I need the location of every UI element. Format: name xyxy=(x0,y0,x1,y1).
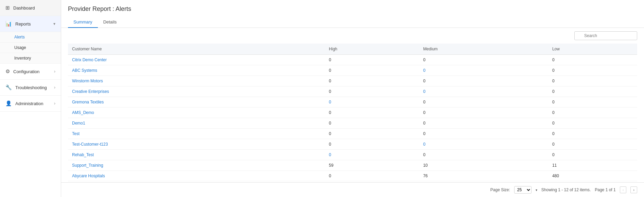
cell-customer-name[interactable]: Support_Training xyxy=(68,160,325,171)
page-title: Provider Report : Alerts xyxy=(68,5,637,13)
cell-high: 0 xyxy=(325,108,419,118)
cell-medium: 0 xyxy=(419,150,548,160)
cell-medium: 0 xyxy=(419,108,548,118)
chevron-right-icon-3: › xyxy=(54,101,55,106)
cell-low: 0 xyxy=(548,76,637,86)
pagination-info: Showing 1 - 12 of 12 items. xyxy=(541,187,591,192)
table-footer: Page Size: 25 50 100 ▾ Showing 1 - 12 of… xyxy=(61,182,644,197)
page-header: Provider Report : Alerts Summary Details xyxy=(61,0,644,28)
cell-customer-name[interactable]: Test xyxy=(68,129,325,139)
sidebar-item-troubleshooting-label: Troubleshooting xyxy=(15,85,47,90)
table-row: Test000 xyxy=(68,129,637,139)
cell-customer-name[interactable]: ABC Systems xyxy=(68,65,325,76)
cell-low: 11 xyxy=(548,160,637,171)
cell-medium: 0 xyxy=(419,76,548,86)
cell-customer-name[interactable]: Abycare Hospitals xyxy=(68,171,325,181)
sidebar-item-administration-label: Administration xyxy=(15,101,43,106)
cell-high: 0 xyxy=(325,129,419,139)
table-row: Demo1000 xyxy=(68,118,637,129)
cell-low: 0 xyxy=(548,118,637,129)
col-low: Low xyxy=(548,44,637,55)
toolbar: 🔍 xyxy=(61,28,644,44)
troubleshooting-icon: 🔧 xyxy=(5,84,12,91)
cell-customer-name[interactable]: Creative Enterprises xyxy=(68,86,325,97)
table-row: Winstorm Motors000 xyxy=(68,76,637,86)
prev-page-button[interactable]: ‹ xyxy=(620,186,627,193)
table-row: Citrix Demo Center000 xyxy=(68,55,637,65)
dashboard-icon: ⊞ xyxy=(5,5,10,11)
cell-customer-name[interactable]: Winstorm Motors xyxy=(68,76,325,86)
chevron-down-page-icon: ▾ xyxy=(536,188,537,192)
tabs: Summary Details xyxy=(68,17,637,28)
cell-medium: 0 xyxy=(419,129,548,139)
cell-customer-name[interactable]: Rehab_Test xyxy=(68,150,325,160)
sidebar-item-usage-label: Usage xyxy=(14,45,26,50)
cell-customer-name[interactable]: Test-Customer-t123 xyxy=(68,139,325,150)
table-row: AMS_Demo000 xyxy=(68,108,637,118)
cell-medium[interactable]: 0 xyxy=(419,86,548,97)
cell-customer-name[interactable]: Citrix Demo Center xyxy=(68,55,325,65)
page-size-label: Page Size: xyxy=(490,187,510,192)
cell-low: 0 xyxy=(548,150,637,160)
cell-high: 0 xyxy=(325,171,419,181)
sidebar-item-reports[interactable]: 📊 Reports ▾ xyxy=(0,16,61,32)
cell-low: 0 xyxy=(548,55,637,65)
sidebar-item-inventory[interactable]: Inventory xyxy=(0,53,61,64)
tab-summary[interactable]: Summary xyxy=(68,17,98,28)
table-row: Rehab_Test000 xyxy=(68,150,637,160)
page-size-select[interactable]: 25 50 100 xyxy=(514,186,532,194)
table-row: Test-Customer-t123000 xyxy=(68,139,637,150)
sidebar-item-troubleshooting[interactable]: 🔧 Troubleshooting › xyxy=(0,80,61,96)
sidebar-item-inventory-label: Inventory xyxy=(14,56,31,61)
cell-high[interactable]: 0 xyxy=(325,150,419,160)
sidebar-item-reports-label: Reports xyxy=(15,21,31,27)
table-container: Customer Name High Medium Low Citrix Dem… xyxy=(61,44,644,182)
table-row: Gremona Textiles000 xyxy=(68,97,637,108)
col-high: High xyxy=(325,44,419,55)
cell-high: 0 xyxy=(325,76,419,86)
cell-medium[interactable]: 0 xyxy=(419,139,548,150)
cell-low: 0 xyxy=(548,139,637,150)
sidebar-item-dashboard[interactable]: ⊞ Dashboard xyxy=(0,0,61,16)
cell-customer-name[interactable]: Gremona Textiles xyxy=(68,97,325,108)
cell-medium: 76 xyxy=(419,171,548,181)
cell-customer-name[interactable]: Demo1 xyxy=(68,118,325,129)
cell-high: 0 xyxy=(325,86,419,97)
cell-medium[interactable]: 0 xyxy=(419,65,548,76)
col-medium: Medium xyxy=(419,44,548,55)
cell-low: 0 xyxy=(548,129,637,139)
table-header: Customer Name High Medium Low xyxy=(68,44,637,55)
cell-low: 480 xyxy=(548,171,637,181)
table-row: ABC Systems000 xyxy=(68,65,637,76)
configuration-icon: ⚙ xyxy=(5,68,10,75)
table-row: Support_Training591011 xyxy=(68,160,637,171)
search-input[interactable] xyxy=(574,31,637,40)
sidebar-item-alerts-label: Alerts xyxy=(14,35,25,39)
sidebar-item-configuration[interactable]: ⚙ Configuration › xyxy=(0,64,61,80)
cell-high: 0 xyxy=(325,55,419,65)
sidebar-item-alerts[interactable]: Alerts xyxy=(0,32,61,43)
cell-low: 0 xyxy=(548,108,637,118)
cell-medium: 10 xyxy=(419,160,548,171)
cell-medium: 0 xyxy=(419,97,548,108)
cell-high: 59 xyxy=(325,160,419,171)
table-body: Citrix Demo Center000ABC Systems000Winst… xyxy=(68,55,637,181)
cell-low: 0 xyxy=(548,97,637,108)
sidebar: ⊞ Dashboard 📊 Reports ▾ Alerts Usage Inv… xyxy=(0,0,61,197)
sidebar-item-dashboard-label: Dashboard xyxy=(13,5,35,11)
cell-low: 0 xyxy=(548,65,637,76)
administration-icon: 👤 xyxy=(5,100,12,106)
sidebar-item-usage[interactable]: Usage xyxy=(0,43,61,53)
table-row: Abycare Hospitals076480 xyxy=(68,171,637,181)
sidebar-item-administration[interactable]: 👤 Administration › xyxy=(0,96,61,112)
search-wrapper: 🔍 xyxy=(574,31,637,40)
cell-customer-name[interactable]: AMS_Demo xyxy=(68,108,325,118)
tab-details[interactable]: Details xyxy=(98,17,122,28)
sidebar-item-configuration-label: Configuration xyxy=(13,69,39,74)
cell-high[interactable]: 0 xyxy=(325,97,419,108)
pagination-page: Page 1 of 1 xyxy=(595,187,615,192)
sidebar-reports-submenu: Alerts Usage Inventory xyxy=(0,32,61,64)
next-page-button[interactable]: › xyxy=(630,186,637,193)
chevron-down-icon: ▾ xyxy=(53,21,55,26)
cell-high: 0 xyxy=(325,118,419,129)
